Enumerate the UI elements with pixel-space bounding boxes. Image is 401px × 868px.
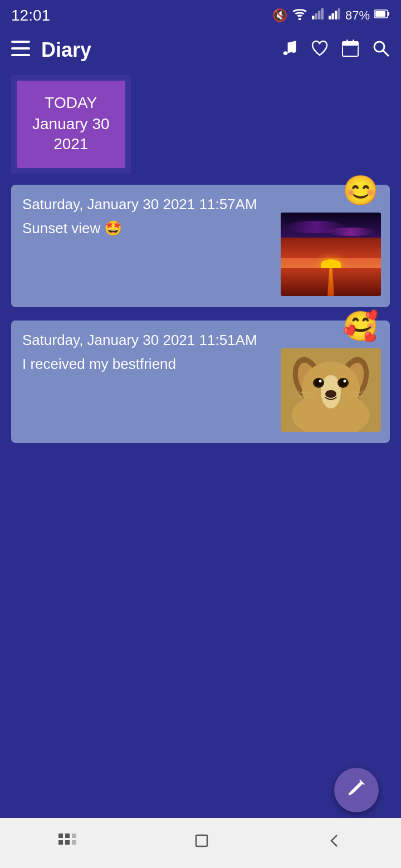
diary-entry-1[interactable]: 😊 Saturday, January 30 2021 11:57AM Suns… [11,185,390,307]
svg-rect-20 [345,49,347,51]
svg-rect-10 [388,12,389,16]
svg-rect-22 [353,49,355,51]
entry-1-image [281,213,381,296]
heart-icon[interactable] [311,40,329,61]
nav-back-icon[interactable] [325,831,345,855]
diary-entry-2[interactable]: 🥰 Saturday, January 30 2021 11:51AM I re… [11,320,390,443]
svg-rect-3 [318,11,320,19]
svg-rect-18 [346,40,348,44]
svg-rect-24 [349,53,351,55]
fab-new-entry[interactable] [334,768,379,812]
status-icons: 🔇 87% [272,8,390,23]
svg-rect-13 [11,47,30,50]
search-icon[interactable] [372,40,390,61]
app-bar-actions [282,40,390,61]
svg-rect-23 [345,53,347,55]
svg-rect-52 [196,835,207,846]
status-time: 12:01 [11,7,50,24]
svg-rect-19 [353,40,354,44]
entry-2-emoji: 🥰 [343,309,379,343]
today-card[interactable]: TODAY January 302021 [17,81,125,168]
entry-2-image [281,348,381,432]
calendar-icon[interactable] [342,40,359,61]
music-icon[interactable] [282,40,297,61]
status-bar: 12:01 🔇 [0,0,401,31]
svg-rect-49 [65,840,70,845]
app-bar: Diary [0,31,401,70]
svg-rect-8 [338,8,340,19]
svg-point-37 [319,379,322,382]
entry-2-datetime: Saturday, January 30 2021 11:51AM [22,332,379,349]
today-label: TODAY [45,94,97,112]
svg-line-26 [383,51,389,56]
svg-rect-14 [11,54,30,56]
menu-button[interactable] [11,40,30,61]
today-date: January 302021 [32,114,110,155]
svg-rect-21 [349,49,351,51]
signal-icon-1 [312,8,324,23]
svg-point-40 [344,379,346,382]
nav-menu-icon[interactable] [56,831,79,855]
entry-1-datetime: Saturday, January 30 2021 11:57AM [22,196,379,213]
bottom-nav [0,818,401,868]
entry-1-emoji: 😊 [343,174,379,208]
svg-rect-7 [335,11,337,19]
svg-rect-5 [329,16,331,19]
svg-rect-12 [11,41,30,43]
svg-point-41 [325,390,336,398]
svg-rect-4 [321,8,323,19]
svg-rect-50 [72,834,76,838]
battery-text: 87% [345,8,370,23]
wifi-icon [292,8,307,23]
svg-rect-2 [315,13,317,19]
main-content: TODAY January 302021 😊 Saturday, January… [0,70,401,462]
signal-icon-2 [329,8,341,23]
svg-rect-51 [72,840,76,845]
svg-rect-48 [58,840,63,845]
svg-rect-6 [331,13,334,19]
app-title: Diary [41,38,282,62]
svg-rect-1 [312,16,314,19]
svg-point-0 [299,18,301,20]
nav-home-icon[interactable] [192,831,212,855]
edit-icon [346,778,366,803]
svg-rect-46 [58,834,63,838]
battery-icon [374,8,390,23]
svg-rect-47 [65,834,70,838]
mute-icon: 🔇 [272,8,287,23]
svg-rect-11 [375,11,385,17]
svg-point-25 [374,42,384,52]
svg-rect-16 [343,42,358,46]
